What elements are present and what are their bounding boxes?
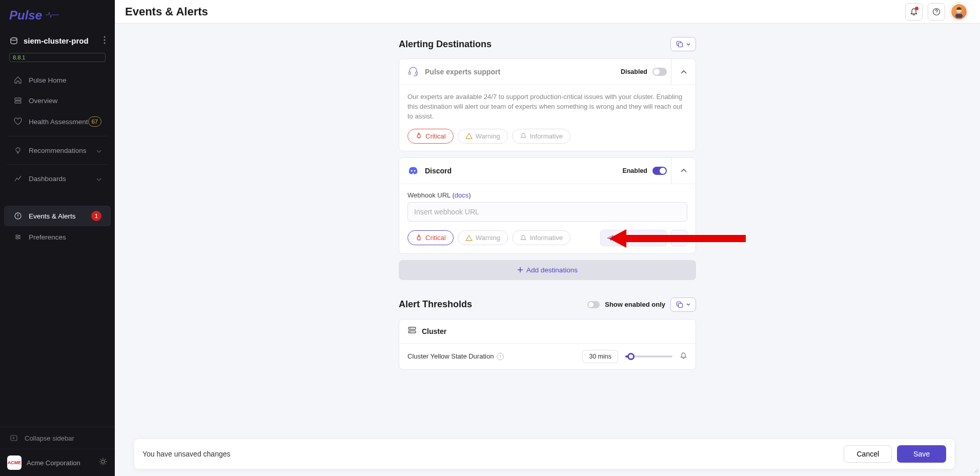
nav-health[interactable]: Health Assessment 67 [4, 111, 111, 132]
section-title: Alert Thresholds [399, 299, 472, 310]
svg-rect-4 [15, 98, 21, 100]
show-enabled-toggle[interactable] [587, 301, 600, 308]
chevron-down-icon [96, 175, 101, 183]
nav-dashboards[interactable]: Dashboards [4, 169, 111, 188]
svg-point-9 [18, 236, 20, 238]
cluster-icon [9, 36, 18, 46]
bell-icon [520, 234, 527, 242]
webhook-docs-link[interactable]: docs [455, 191, 468, 199]
apply-destinations-button[interactable] [670, 37, 696, 51]
dest-card-experts: Pulse experts support Disabled Our exper… [399, 58, 696, 151]
card-body: Our experts are available 24/7 to suppor… [399, 85, 696, 151]
cluster-selector[interactable]: siem-cluster-prod [0, 31, 115, 51]
events-badge: 1 [91, 211, 101, 221]
pill-warning[interactable]: Warning [458, 129, 508, 144]
card-title: Discord [425, 167, 452, 175]
collapse-card-button[interactable] [671, 158, 696, 184]
threshold-slider[interactable] [625, 355, 672, 358]
sidebar-footer: Collapse sidebar ACME Acme Corporation [0, 427, 115, 476]
avatar[interactable] [950, 3, 968, 21]
collapse-label: Collapse sidebar [25, 434, 74, 442]
warning-icon [465, 234, 473, 242]
fire-icon [415, 132, 422, 140]
threshold-label: Cluster Yellow State Duration i [407, 352, 504, 360]
chevron-down-icon [96, 147, 101, 154]
delete-destination-button[interactable] [671, 230, 687, 246]
cancel-button[interactable]: Cancel [844, 445, 892, 463]
pill-informative[interactable]: Informative [512, 129, 570, 144]
send-icon [607, 234, 614, 242]
collapse-icon [9, 433, 18, 443]
section-title: Alerting Destinations [399, 39, 492, 50]
org-row[interactable]: ACME Acme Corporation [0, 449, 115, 476]
threshold-value[interactable]: 30 mins [582, 350, 618, 363]
health-icon [13, 117, 23, 126]
save-button[interactable]: Save [897, 445, 946, 463]
nav-label: Overview [29, 97, 57, 105]
nav: Pulse Home Overview Health Assessment 67… [0, 69, 115, 427]
svg-point-1 [104, 36, 106, 38]
svg-rect-17 [679, 43, 683, 47]
savebar-text: You have unsaved changes [142, 450, 231, 458]
org-logo: ACME [7, 455, 22, 470]
nav-overview[interactable]: Overview [4, 91, 111, 110]
apply-thresholds-button[interactable] [670, 298, 696, 312]
gear-icon[interactable] [98, 457, 108, 468]
cluster-icon [407, 326, 417, 337]
info-icon[interactable]: i [497, 353, 504, 360]
svg-point-10 [17, 238, 18, 240]
send-test-alert-button[interactable]: Send test alert [600, 230, 667, 246]
org-name: Acme Corporation [27, 459, 80, 467]
cluster-more-icon[interactable] [104, 36, 106, 46]
main: Events & Alerts Alerting Destinations [115, 0, 980, 476]
pill-warning[interactable]: Warning [458, 230, 508, 245]
chevron-down-icon [686, 303, 690, 306]
svg-rect-15 [955, 14, 963, 18]
svg-rect-24 [409, 327, 416, 329]
experts-toggle[interactable] [652, 68, 667, 76]
nav-recommendations[interactable]: Recommendations [4, 141, 111, 160]
collapse-sidebar[interactable]: Collapse sidebar [0, 427, 115, 449]
nav-events-alerts[interactable]: Events & Alerts 1 [4, 206, 111, 226]
chevron-up-icon [681, 169, 687, 172]
pill-critical[interactable]: Critical [407, 129, 454, 144]
nav-home[interactable]: Pulse Home [4, 70, 111, 90]
svg-rect-23 [679, 303, 683, 307]
svg-point-6 [16, 148, 20, 152]
chart-icon [13, 174, 23, 183]
notifications-button[interactable] [905, 3, 923, 21]
card-description: Our experts are available 24/7 to suppor… [407, 92, 687, 122]
status-label: Disabled [621, 68, 647, 75]
svg-point-3 [104, 43, 106, 44]
section-head-thresholds: Alert Thresholds Show enabled only [399, 298, 696, 312]
nav-label: Preferences [29, 233, 66, 241]
pill-informative[interactable]: Informative [512, 230, 570, 245]
svg-rect-18 [409, 72, 411, 74]
webhook-url-input[interactable] [407, 202, 687, 222]
version-chip: 8.8.1 [9, 53, 106, 62]
nav-label: Pulse Home [29, 76, 67, 84]
notification-dot-icon [915, 7, 918, 10]
svg-point-21 [414, 170, 415, 171]
nav-separator [7, 136, 108, 136]
action-row: Critical Warning Informative [407, 230, 687, 246]
section-head-destinations: Alerting Destinations [399, 37, 696, 51]
nav-preferences[interactable]: Preferences [4, 227, 111, 247]
bell-icon[interactable] [680, 352, 687, 361]
svg-point-20 [411, 170, 412, 171]
copy-icon [676, 301, 683, 308]
trash-icon [676, 234, 683, 242]
nav-label: Dashboards [29, 175, 66, 183]
card-head: Pulse experts support Disabled [399, 59, 696, 85]
add-destinations-button[interactable]: Add destinations [399, 260, 696, 280]
card-head: Cluster [399, 320, 696, 343]
overview-icon [13, 96, 23, 105]
page-title: Events & Alerts [125, 5, 208, 18]
pill-critical[interactable]: Critical [407, 230, 454, 245]
resize-handle-icon [973, 467, 979, 475]
collapse-card-button[interactable] [671, 59, 696, 85]
discord-toggle[interactable] [652, 167, 667, 175]
discord-icon [407, 165, 419, 176]
help-button[interactable] [928, 3, 945, 21]
card-head: Discord Enabled [399, 158, 696, 184]
